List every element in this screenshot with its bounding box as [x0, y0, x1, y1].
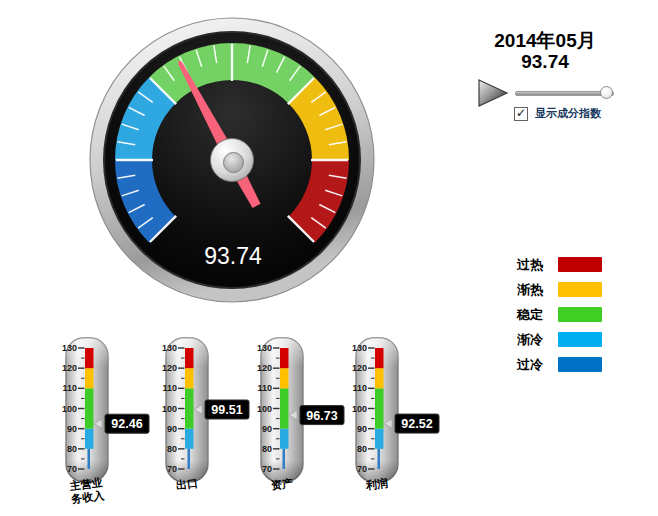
thermometer-zone: [185, 348, 194, 368]
gauge-hub-inner: [224, 153, 244, 173]
thermometer-tick-label: 130: [62, 343, 77, 353]
show-components-label: 显示成分指数: [535, 106, 601, 121]
thermometer-tick-label: 80: [262, 444, 272, 454]
thermometer-zone: [375, 348, 384, 368]
thermometer-zone: [85, 388, 94, 428]
thermometer-tick-label: 100: [62, 404, 77, 414]
thermometer-zone: [85, 368, 94, 388]
thermometer-zone: [283, 449, 286, 469]
thermometer-zone: [280, 429, 289, 449]
thermometer-value-box: [105, 414, 149, 433]
thermometer-body-shade: [261, 338, 303, 482]
thermometer-zone: [185, 429, 194, 449]
legend-color-swatch: [558, 332, 602, 347]
period-value: 93.74: [460, 51, 630, 73]
thermometer-tick-label: 110: [162, 383, 177, 393]
legend-item: 过冷: [517, 352, 602, 377]
thermometer-category-label: 出口: [145, 473, 230, 496]
legend-item-label: 过热: [517, 256, 549, 274]
thermometer-zone: [88, 449, 91, 469]
thermometer-body-shade: [356, 338, 398, 482]
thermometer-zone: [188, 449, 191, 469]
thermometer-tick-label: 70: [262, 464, 272, 474]
thermometer-category-label: 主营业 务收入: [44, 473, 131, 509]
thermometer-tick-label: 130: [162, 343, 177, 353]
legend-color-swatch: [558, 257, 602, 272]
legend-color-swatch: [558, 307, 602, 322]
thermometer-tick-label: 100: [352, 404, 367, 414]
legend-item: 过热: [517, 252, 602, 277]
thermometer-tick-label: 100: [257, 404, 272, 414]
thermometer-tick-label: 120: [352, 363, 367, 373]
thermometer-tick-label: 70: [167, 464, 177, 474]
thermometer-value-label: 92.52: [401, 417, 432, 431]
legend-color-swatch: [558, 357, 602, 372]
show-components-checkbox[interactable]: ✓: [514, 107, 528, 121]
thermometer-zone: [185, 368, 194, 388]
thermometer-tick-label: 120: [62, 363, 77, 373]
thermometer-tick-label: 90: [67, 424, 77, 434]
thermometer-body-shade: [166, 338, 208, 482]
thermometer-zone: [375, 388, 384, 428]
timeline-slider-handle[interactable]: [600, 86, 613, 99]
thermometer-tick-label: 120: [162, 363, 177, 373]
thermometer-marker: [94, 419, 102, 428]
thermometer-tick-label: 110: [62, 383, 77, 393]
thermometer-tick-label: 80: [357, 444, 367, 454]
thermometer-tick-label: 80: [167, 444, 177, 454]
thermometer-marker: [194, 405, 202, 414]
thermometer-zone: [280, 388, 289, 428]
thermometer-zone: [280, 348, 289, 368]
thermometer-zone: [85, 429, 94, 449]
thermometer-body: [261, 338, 303, 482]
thermometer-tick-label: 100: [162, 404, 177, 414]
thermometer-tick-label: 110: [352, 383, 367, 393]
thermometer-tick-label: 70: [357, 464, 367, 474]
legend-item-label: 渐热: [517, 281, 549, 299]
legend-item: 渐冷: [517, 327, 602, 352]
gauge-svg: 93.74: [86, 14, 378, 306]
thermometer-zone: [280, 368, 289, 388]
thermometer-zone: [85, 348, 94, 368]
thermometer-tick-label: 120: [257, 363, 272, 373]
thermometer-marker: [384, 419, 392, 428]
thermometer-tick-label: 90: [357, 424, 367, 434]
gauge-value-label: 93.74: [204, 243, 262, 269]
thermometer-tick-label: 70: [67, 464, 77, 474]
thermometer-value-box: [395, 414, 439, 433]
legend-item: 渐热: [517, 277, 602, 302]
thermometer-body: [66, 338, 108, 482]
thermometer-tick-label: 130: [352, 343, 367, 353]
thermometer-tick-label: 80: [67, 444, 77, 454]
index-gauge-chart: 93.74: [86, 14, 378, 306]
zone-legend: 过热渐热稳定渐冷过冷: [517, 252, 602, 377]
legend-item-label: 过冷: [517, 356, 549, 374]
thermometer-value-box: [300, 406, 344, 425]
thermometer-value-label: 99.51: [211, 403, 242, 417]
thermometer-zone: [375, 429, 384, 449]
legend-item-label: 稳定: [517, 306, 549, 324]
thermometer-zone: [378, 449, 381, 469]
thermometer-zone: [375, 368, 384, 388]
thermometer-tick-label: 110: [257, 383, 272, 393]
legend-item-label: 渐冷: [517, 331, 549, 349]
play-icon: [477, 78, 509, 108]
thermometer-value-label: 96.73: [306, 409, 337, 423]
thermometer-category-label: 利润: [335, 473, 420, 496]
thermometer-tick-label: 130: [257, 343, 272, 353]
thermometer-body-shade: [66, 338, 108, 482]
thermometer-zone: [185, 388, 194, 428]
thermometer-category-label: 资产: [240, 473, 325, 496]
thermometer-body: [356, 338, 398, 482]
thermometer-value-label: 92.46: [111, 417, 142, 431]
thermometer-tick-label: 90: [262, 424, 272, 434]
legend-color-swatch: [558, 282, 602, 297]
thermometer-body: [166, 338, 208, 482]
thermometer-tick-label: 90: [167, 424, 177, 434]
play-button[interactable]: [477, 78, 509, 108]
legend-item: 稳定: [517, 302, 602, 327]
show-components-row: ✓ 显示成分指数: [514, 106, 601, 121]
thermometer-marker: [289, 411, 297, 420]
thermometer-value-box: [205, 400, 249, 419]
